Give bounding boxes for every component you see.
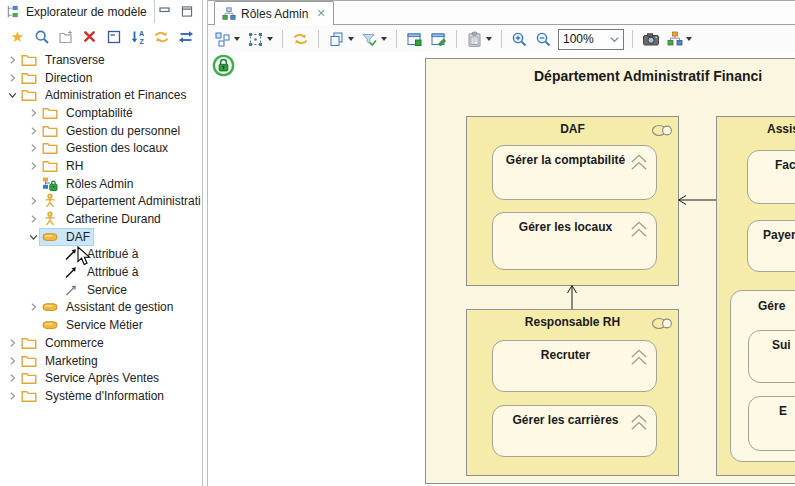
goal-chevron-icon xyxy=(629,347,649,369)
tree-item[interactable]: RH xyxy=(0,157,202,175)
tree-item[interactable]: Assistant de gestion xyxy=(0,299,202,317)
diagram-menu-button[interactable] xyxy=(666,30,693,48)
zoom-in-button[interactable] xyxy=(510,30,529,49)
box-assistant[interactable]: Assist Fact Payer Gére Sui E xyxy=(716,116,795,476)
toolbar-separator xyxy=(318,30,319,48)
chevron-icon[interactable] xyxy=(48,247,61,261)
model-explorer-tab[interactable]: Explorateur de modèle xyxy=(0,0,155,23)
collapse-all-icon[interactable] xyxy=(105,28,122,45)
tree-item[interactable]: Service Métier xyxy=(0,316,202,334)
chevron-icon[interactable] xyxy=(6,88,19,102)
chevron-icon[interactable] xyxy=(27,159,40,173)
clipboard-button[interactable] xyxy=(465,30,493,49)
dropdown-caret[interactable] xyxy=(348,37,354,41)
delete-icon[interactable] xyxy=(81,28,98,45)
chevron-icon[interactable] xyxy=(27,230,40,244)
tree-item[interactable]: Marketing xyxy=(0,352,202,370)
department-container[interactable]: Département Administratif Financi DAF Gé… xyxy=(425,58,795,484)
tree-item[interactable]: Attribué à xyxy=(0,246,202,264)
box-responsable-rh[interactable]: Responsable RH Recruter Gérer les carriè… xyxy=(466,309,679,476)
chevron-icon[interactable] xyxy=(6,71,19,85)
tree-item[interactable]: Service Après Ventes xyxy=(0,369,202,387)
item-e[interactable]: E xyxy=(748,396,795,451)
show-properties-button[interactable] xyxy=(405,30,424,49)
chevron-icon[interactable] xyxy=(27,300,40,314)
tree-item[interactable]: Commerce xyxy=(0,334,202,352)
dropdown-caret[interactable] xyxy=(686,37,692,41)
diagram-canvas[interactable]: Département Administratif Financi DAF Gé… xyxy=(208,52,795,486)
chevron-icon[interactable] xyxy=(6,371,19,385)
chevron-icon[interactable] xyxy=(27,212,40,226)
related-elements-button[interactable] xyxy=(213,30,241,49)
tree-item-label: Attribué à xyxy=(84,246,141,262)
tree-item[interactable]: Gestion des locaux xyxy=(0,139,202,157)
zoom-level-combo[interactable]: 100% xyxy=(558,29,624,50)
diagram-lock-icon xyxy=(42,176,58,192)
box-daf[interactable]: DAF Gérer la comptabilité Gérer les loca… xyxy=(466,116,679,286)
item-gerer-les-carrieres[interactable]: Gérer les carrières xyxy=(492,405,657,457)
chevron-icon[interactable] xyxy=(6,336,19,350)
chevron-icon[interactable] xyxy=(27,177,40,191)
role-badge-icon xyxy=(651,317,673,330)
zoom-level-value: 100% xyxy=(563,32,594,46)
item-sui[interactable]: Sui xyxy=(748,330,795,383)
zoom-out-button[interactable] xyxy=(534,30,553,49)
chevron-icon[interactable] xyxy=(27,318,40,332)
edit-diagram-button[interactable] xyxy=(429,30,448,49)
dropdown-caret[interactable] xyxy=(234,37,240,41)
minimize-button[interactable] xyxy=(158,6,172,18)
tree-item[interactable]: Attribué à xyxy=(0,263,202,281)
tab-close-icon[interactable]: ✕ xyxy=(316,8,325,19)
tree-item[interactable]: Système d'Information xyxy=(0,387,202,405)
chevron-icon[interactable] xyxy=(27,141,40,155)
item-recruter[interactable]: Recruter xyxy=(492,340,657,392)
tree-item[interactable]: Direction xyxy=(0,69,202,87)
folder-icon xyxy=(21,370,37,386)
chevron-icon[interactable] xyxy=(27,124,40,138)
tree-item[interactable]: DAF xyxy=(0,228,202,246)
marquee-select-button[interactable] xyxy=(246,30,274,49)
tree-item-label: DAF xyxy=(63,229,93,245)
refresh-sync-icon[interactable] xyxy=(153,28,170,45)
snapshot-camera-button[interactable] xyxy=(641,30,661,48)
dropdown-caret[interactable] xyxy=(381,37,387,41)
chevron-icon[interactable] xyxy=(48,283,61,297)
box-daf-header: DAF xyxy=(467,117,678,139)
filter-button[interactable] xyxy=(360,30,388,49)
maximize-button[interactable] xyxy=(180,6,194,18)
search-icon[interactable] xyxy=(33,28,50,45)
goal-chevron-icon xyxy=(629,219,649,241)
favorites-star-icon[interactable]: ★ xyxy=(9,28,26,45)
tree-item[interactable]: Administration et Finances xyxy=(0,86,202,104)
chevron-icon[interactable] xyxy=(27,194,40,208)
dropdown-caret[interactable] xyxy=(486,37,492,41)
item-gerer-la-comptabilite[interactable]: Gérer la comptabilité xyxy=(492,145,657,200)
item-fact[interactable]: Fact xyxy=(747,150,795,204)
chevron-icon[interactable] xyxy=(48,265,61,279)
tree-item[interactable]: Département Administrati xyxy=(0,193,202,211)
sync-refresh-button[interactable] xyxy=(291,30,310,48)
item-payer[interactable]: Payer xyxy=(747,220,795,272)
switch-arrows-icon[interactable] xyxy=(177,28,194,45)
chevron-icon[interactable] xyxy=(27,106,40,120)
panel-window-buttons xyxy=(158,6,202,18)
model-explorer-panel: Explorateur de modèle ★ AZ xyxy=(0,0,203,486)
chevron-icon[interactable] xyxy=(6,354,19,368)
tree-item[interactable]: Transverse xyxy=(0,51,202,69)
group-gerer[interactable]: Gére Sui E xyxy=(730,290,795,462)
tree-item[interactable]: Catherine Durand xyxy=(0,210,202,228)
tree-item[interactable]: Rôles Admin xyxy=(0,175,202,193)
tab-roles-admin[interactable]: Rôles Admin ✕ xyxy=(214,1,334,25)
chevron-icon[interactable] xyxy=(6,389,19,403)
chevron-icon[interactable] xyxy=(6,53,19,67)
copy-button[interactable] xyxy=(327,30,355,49)
item-gerer-les-locaux[interactable]: Gérer les locaux xyxy=(492,212,657,270)
modelio-window: { "left_panel": { "title": "Explorateur … xyxy=(0,0,795,486)
sort-alphabetical-icon[interactable]: AZ xyxy=(129,28,146,45)
new-element-icon[interactable] xyxy=(57,28,74,45)
tree-item[interactable]: Gestion du personnel xyxy=(0,122,202,140)
tree-item[interactable]: Comptabilité xyxy=(0,104,202,122)
actor-icon xyxy=(42,211,58,227)
tree-item[interactable]: Service xyxy=(0,281,202,299)
dropdown-caret[interactable] xyxy=(267,37,273,41)
